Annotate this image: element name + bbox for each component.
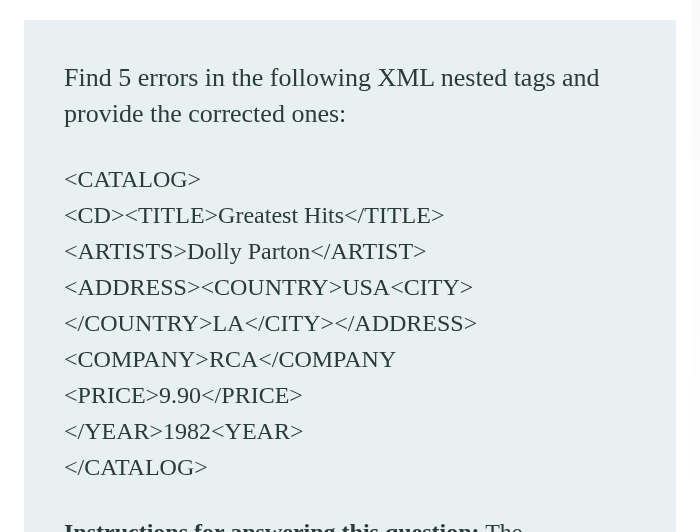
code-line: <CD><TITLE>Greatest Hits</TITLE> — [64, 197, 636, 233]
code-line: <ARTISTS>Dolly Parton</ARTIST> — [64, 233, 636, 269]
code-line: </COUNTRY>LA</CITY></ADDRESS> — [64, 305, 636, 341]
code-line: </CATALOG> — [64, 449, 636, 485]
instructions-tail: The — [480, 519, 523, 532]
instructions-heading: Instructions for answering this question… — [64, 519, 636, 532]
xml-code-block: <CATALOG> <CD><TITLE>Greatest Hits</TITL… — [64, 161, 636, 485]
code-line: <ADDRESS><COUNTRY>USA<CITY> — [64, 269, 636, 305]
code-line: <CATALOG> — [64, 161, 636, 197]
scrollbar-hint — [692, 0, 700, 532]
instructions-label: Instructions for answering this question… — [64, 519, 480, 532]
code-line: <PRICE>9.90</PRICE> — [64, 377, 636, 413]
question-panel: Find 5 errors in the following XML neste… — [24, 20, 676, 532]
top-white-bar — [24, 0, 676, 20]
page-container: Find 5 errors in the following XML neste… — [0, 0, 700, 532]
question-prompt: Find 5 errors in the following XML neste… — [64, 60, 636, 133]
code-line: </YEAR>1982<YEAR> — [64, 413, 636, 449]
code-line: <COMPANY>RCA</COMPANY — [64, 341, 636, 377]
